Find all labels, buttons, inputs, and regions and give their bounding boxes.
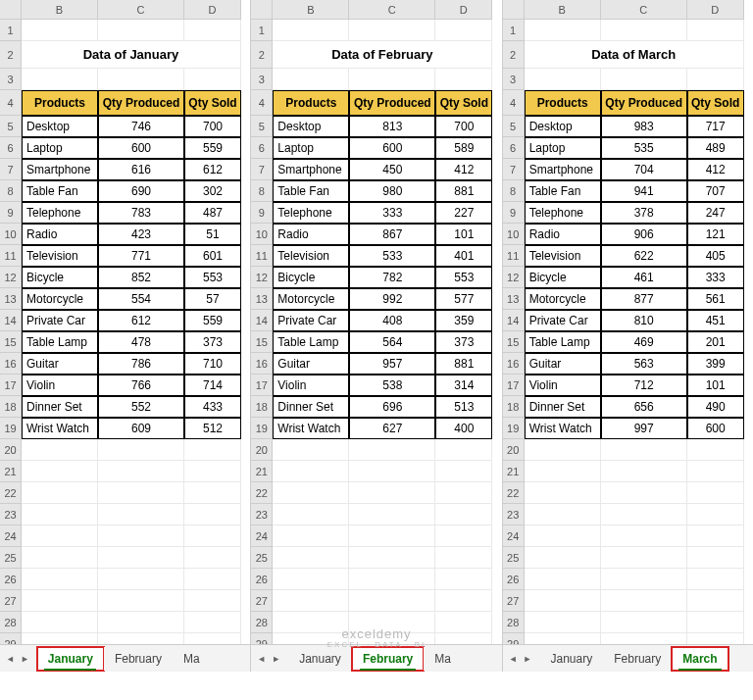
cell-qty-produced[interactable]: 867 [349, 224, 435, 245]
empty-cell[interactable] [22, 439, 98, 461]
empty-cell[interactable] [435, 461, 492, 482]
row-header[interactable]: 21 [503, 461, 525, 482]
cell-qty-produced[interactable]: 877 [601, 288, 687, 310]
cell-qty-sold[interactable]: 121 [687, 224, 744, 245]
row-header[interactable]: 10 [503, 224, 525, 245]
cell-qty-sold[interactable]: 881 [435, 180, 492, 202]
cell-product[interactable]: Private Car [22, 310, 98, 331]
row-header[interactable]: 17 [251, 375, 273, 396]
row-header[interactable]: 3 [251, 69, 273, 90]
row-header[interactable]: 26 [0, 569, 22, 590]
cell-qty-sold[interactable]: 601 [184, 245, 241, 267]
row-header[interactable]: 9 [0, 202, 22, 224]
cell-product[interactable]: Guitar [525, 353, 601, 375]
empty-cell[interactable] [98, 569, 184, 590]
col-header[interactable]: B [22, 0, 98, 20]
empty-cell[interactable] [184, 461, 241, 482]
row-header[interactable]: 27 [0, 590, 22, 612]
row-header[interactable]: 4 [251, 90, 273, 116]
empty-cell[interactable] [349, 69, 435, 90]
empty-cell[interactable] [184, 612, 241, 633]
row-header[interactable]: 20 [0, 439, 22, 461]
empty-cell[interactable] [435, 482, 492, 504]
empty-cell[interactable] [98, 461, 184, 482]
empty-cell[interactable] [687, 439, 744, 461]
cell-qty-produced[interactable]: 696 [349, 396, 435, 418]
sheet-tab[interactable]: February [603, 647, 672, 671]
empty-cell[interactable] [435, 69, 492, 90]
cell-qty-sold[interactable]: 359 [435, 310, 492, 331]
tab-nav-arrow-icon[interactable]: ► [522, 654, 534, 664]
empty-cell[interactable] [687, 547, 744, 569]
cell-qty-sold[interactable]: 401 [435, 245, 492, 267]
cell-qty-produced[interactable]: 469 [601, 331, 687, 353]
cell-qty-produced[interactable]: 941 [601, 180, 687, 202]
cell-qty-sold[interactable]: 451 [687, 310, 744, 331]
empty-cell[interactable] [184, 482, 241, 504]
row-header[interactable]: 25 [0, 547, 22, 569]
cell-qty-produced[interactable]: 535 [601, 137, 687, 159]
cell-product[interactable]: Smartphone [273, 159, 349, 180]
row-header[interactable]: 23 [0, 504, 22, 525]
empty-cell[interactable] [98, 547, 184, 569]
cell-qty-produced[interactable]: 552 [98, 396, 184, 418]
empty-cell[interactable] [687, 69, 744, 90]
sheet-tab[interactable]: January [288, 647, 352, 671]
cell-product[interactable]: Laptop [22, 137, 98, 159]
empty-cell[interactable] [687, 504, 744, 525]
cell-product[interactable]: Laptop [525, 137, 601, 159]
cell-product[interactable]: Table Fan [22, 180, 98, 202]
cell-qty-sold[interactable]: 700 [435, 116, 492, 137]
empty-cell[interactable] [349, 20, 435, 41]
cell-qty-produced[interactable]: 538 [349, 375, 435, 396]
cell-product[interactable]: Guitar [22, 353, 98, 375]
row-header[interactable]: 6 [0, 137, 22, 159]
empty-cell[interactable] [349, 504, 435, 525]
sheet-tab[interactable]: March [672, 647, 728, 671]
empty-cell[interactable] [349, 590, 435, 612]
cell-qty-sold[interactable]: 589 [435, 137, 492, 159]
empty-cell[interactable] [601, 439, 687, 461]
cell-qty-sold[interactable]: 553 [184, 267, 241, 288]
cell-qty-sold[interactable]: 559 [184, 137, 241, 159]
cell-qty-produced[interactable]: 852 [98, 267, 184, 288]
cell-qty-produced[interactable]: 992 [349, 288, 435, 310]
cell-qty-sold[interactable]: 57 [184, 288, 241, 310]
cell-product[interactable]: Bicycle [22, 267, 98, 288]
cell-qty-sold[interactable]: 433 [184, 396, 241, 418]
cell-qty-produced[interactable]: 533 [349, 245, 435, 267]
cell-product[interactable]: Radio [273, 224, 349, 245]
cell-product[interactable]: Telephone [22, 202, 98, 224]
select-all-corner[interactable] [503, 0, 525, 20]
empty-cell[interactable] [601, 569, 687, 590]
cell-qty-produced[interactable]: 450 [349, 159, 435, 180]
cell-qty-produced[interactable]: 983 [601, 116, 687, 137]
empty-cell[interactable] [525, 525, 601, 547]
empty-cell[interactable] [435, 504, 492, 525]
select-all-corner[interactable] [0, 0, 22, 20]
row-header[interactable]: 24 [503, 525, 525, 547]
cell-product[interactable]: Motorcycle [22, 288, 98, 310]
cell-qty-sold[interactable]: 412 [687, 159, 744, 180]
cell-qty-sold[interactable]: 717 [687, 116, 744, 137]
empty-cell[interactable] [22, 525, 98, 547]
empty-cell[interactable] [687, 612, 744, 633]
row-header[interactable]: 15 [503, 331, 525, 353]
empty-cell[interactable] [22, 504, 98, 525]
row-header[interactable]: 19 [0, 418, 22, 439]
empty-cell[interactable] [601, 612, 687, 633]
row-header[interactable]: 17 [503, 375, 525, 396]
row-header[interactable]: 23 [503, 504, 525, 525]
row-header[interactable]: 27 [251, 590, 273, 612]
row-header[interactable]: 4 [0, 90, 22, 116]
cell-product[interactable]: Bicycle [525, 267, 601, 288]
row-header[interactable]: 10 [251, 224, 273, 245]
empty-cell[interactable] [687, 525, 744, 547]
row-header[interactable]: 1 [0, 20, 22, 41]
empty-cell[interactable] [273, 612, 349, 633]
cell-qty-sold[interactable]: 247 [687, 202, 744, 224]
cell-qty-produced[interactable]: 766 [98, 375, 184, 396]
sheet-tab[interactable]: January [540, 647, 604, 671]
cell-qty-sold[interactable]: 400 [435, 418, 492, 439]
empty-cell[interactable] [687, 20, 744, 41]
